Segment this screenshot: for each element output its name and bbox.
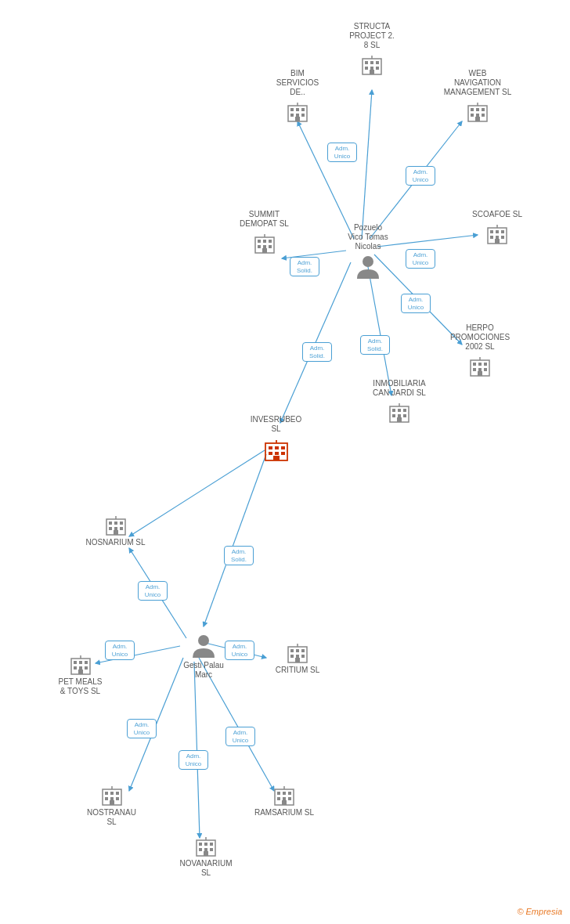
label-scoafoe: SCOAFOE SL xyxy=(472,210,522,219)
badge-adm-solid-4: Adm.Solid. xyxy=(224,546,254,565)
svg-rect-23 xyxy=(370,70,374,74)
badge-adm-unico-6: Adm.Unico xyxy=(105,641,135,660)
svg-rect-142 xyxy=(204,851,208,856)
label-invesrubeo: INVESRUBEO SL xyxy=(251,415,302,434)
svg-rect-109 xyxy=(74,661,77,664)
svg-rect-67 xyxy=(478,368,482,371)
badge-adm-unico-5: Adm.Unico xyxy=(138,581,168,601)
svg-rect-92 xyxy=(120,522,123,525)
svg-rect-77 xyxy=(403,414,406,417)
label-pozuelo: Pozuelo Vico Tomas Nicolas xyxy=(348,223,388,251)
svg-rect-96 xyxy=(114,530,118,535)
svg-rect-49 xyxy=(269,245,272,248)
label-nostranau: NOSTRANAU SL xyxy=(87,808,136,827)
svg-rect-137 xyxy=(204,843,207,846)
svg-rect-90 xyxy=(109,522,112,525)
svg-rect-50 xyxy=(262,248,267,253)
svg-rect-111 xyxy=(85,661,88,664)
building-icon-nosnarium xyxy=(103,513,128,538)
svg-rect-76 xyxy=(398,414,401,417)
svg-rect-59 xyxy=(495,239,500,244)
node-structa: STRUCTA PROJECT 2. 8 SL xyxy=(341,22,403,78)
svg-rect-72 xyxy=(392,409,395,412)
building-icon-petmeals xyxy=(68,652,93,677)
svg-rect-73 xyxy=(398,409,401,412)
svg-rect-123 xyxy=(116,797,119,800)
node-inmobiliaria: INMOBILIARIA CAN JARDI SL xyxy=(364,379,435,425)
building-icon-critium xyxy=(285,641,310,666)
node-novanarium: NOVANARIUM SL xyxy=(171,834,241,880)
svg-rect-103 xyxy=(290,655,294,658)
svg-rect-53 xyxy=(490,230,493,233)
label-novanarium: NOVANARIUM SL xyxy=(179,859,232,878)
svg-rect-39 xyxy=(476,114,479,117)
svg-rect-94 xyxy=(114,527,117,530)
person-icon-pozuelo xyxy=(354,254,382,282)
svg-rect-122 xyxy=(110,797,114,800)
building-icon-web xyxy=(465,99,490,125)
node-pozuelo: Pozuelo Vico Tomas Nicolas xyxy=(333,223,403,282)
badge-adm-solid-2: Adm.Solid. xyxy=(360,335,390,355)
label-gesti: Gesti Palau Marc xyxy=(183,661,224,680)
building-icon-herpo xyxy=(467,354,492,379)
svg-rect-81 xyxy=(269,446,272,449)
svg-rect-41 xyxy=(475,117,480,121)
svg-rect-127 xyxy=(277,792,280,795)
building-icon-nostranau xyxy=(99,783,124,808)
svg-rect-26 xyxy=(290,108,294,111)
svg-rect-20 xyxy=(365,67,368,70)
svg-line-1 xyxy=(362,90,372,239)
person-icon-gesti xyxy=(189,633,218,661)
node-summit: SUMMIT DEMOPAT SL xyxy=(231,210,298,256)
diagram-container: STRUCTA PROJECT 2. 8 SL BIM SERVICIOS DE… xyxy=(0,0,570,924)
building-icon-bim xyxy=(285,99,310,125)
svg-rect-31 xyxy=(301,114,305,117)
svg-rect-69 xyxy=(478,371,482,376)
svg-line-0 xyxy=(298,121,354,239)
svg-rect-58 xyxy=(501,236,504,239)
building-icon-novanarium xyxy=(193,834,218,859)
badge-adm-solid-3: Adm.Solid. xyxy=(302,342,332,362)
svg-rect-21 xyxy=(370,67,373,70)
badge-adm-solid-1: Adm.Solid. xyxy=(290,257,319,276)
svg-rect-64 xyxy=(478,363,482,366)
node-web: WEB NAVIGATION MANAGEMENT SL xyxy=(438,69,517,125)
svg-rect-136 xyxy=(199,843,202,846)
svg-rect-139 xyxy=(199,848,202,851)
svg-rect-115 xyxy=(78,670,83,674)
svg-rect-65 xyxy=(484,363,487,366)
badge-adm-unico-8: Adm.Unico xyxy=(127,719,157,738)
svg-rect-119 xyxy=(110,792,114,795)
building-icon-summit xyxy=(252,231,277,256)
label-petmeals: PET MEALS & TOYS SL xyxy=(59,677,103,696)
node-invesrubeo: INVESRUBEO SL xyxy=(243,415,309,464)
building-icon-invesrubeo xyxy=(262,436,290,464)
svg-rect-128 xyxy=(283,792,286,795)
svg-rect-102 xyxy=(301,649,305,652)
svg-line-9 xyxy=(204,454,266,626)
node-herpo: HERPO PROMOCIONES 2002 SL xyxy=(445,323,515,379)
node-scoafoe: SCOAFOE SL xyxy=(462,210,532,247)
svg-rect-22 xyxy=(376,67,379,70)
svg-rect-95 xyxy=(120,527,123,530)
svg-rect-120 xyxy=(116,792,119,795)
svg-rect-57 xyxy=(496,236,499,239)
svg-rect-30 xyxy=(296,114,299,117)
svg-rect-140 xyxy=(204,848,207,851)
svg-rect-66 xyxy=(473,368,476,371)
svg-rect-54 xyxy=(496,230,499,233)
building-icon-ramsarium xyxy=(272,783,297,808)
copyright: © Empresia xyxy=(517,907,562,916)
svg-rect-124 xyxy=(110,800,114,805)
svg-rect-112 xyxy=(74,666,77,670)
svg-rect-17 xyxy=(365,61,368,64)
node-nosnarium: NOSNARIUM SL xyxy=(82,513,149,550)
badge-adm-unico-4: Adm.Unico xyxy=(401,294,431,313)
svg-rect-101 xyxy=(296,649,299,652)
svg-rect-32 xyxy=(295,117,300,121)
badge-adm-unico-7: Adm.Unico xyxy=(225,641,254,660)
label-nosnarium: NOSNARIUM SL xyxy=(85,538,145,547)
svg-rect-75 xyxy=(392,414,395,417)
building-icon-structa xyxy=(359,52,384,78)
svg-rect-47 xyxy=(258,245,261,248)
